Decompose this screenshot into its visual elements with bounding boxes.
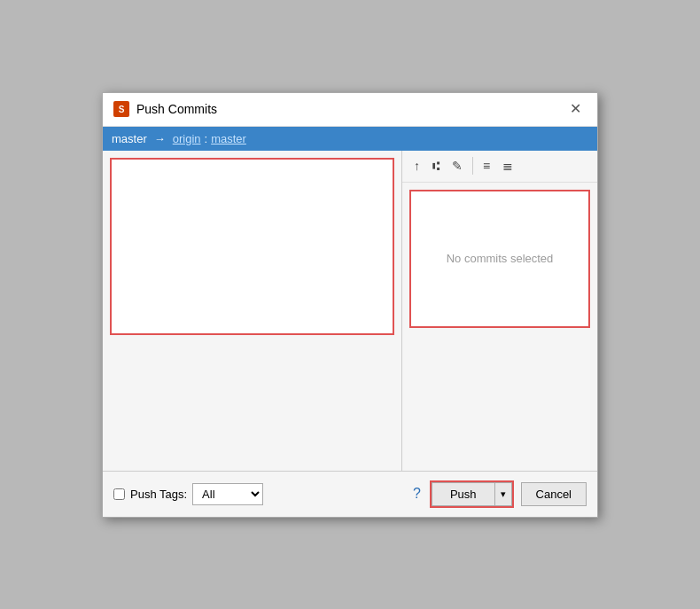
remote-link[interactable]: origin (173, 132, 201, 145)
toolbar-btn-list1[interactable]: ≡ (478, 156, 494, 176)
toolbar-btn-graph[interactable]: ⑆ (428, 156, 444, 176)
branch-arrow: → (154, 132, 166, 145)
push-tags-label: Push Tags: (130, 488, 187, 501)
right-column: ↑ ⑆ ✎ ≡ ≣ No commits selected (402, 151, 597, 471)
left-column (103, 151, 402, 471)
help-button[interactable]: ? (411, 484, 423, 504)
toolbar-divider (472, 157, 473, 175)
no-commits-message: No commits selected (447, 252, 554, 265)
title-bar: S Push Commits ✕ (103, 93, 597, 127)
branch-separator: : (205, 132, 208, 145)
panels-wrapper: ↑ ⑆ ✎ ≡ ≣ No commits selected (103, 151, 597, 471)
right-lower-area (402, 335, 597, 471)
dialog-title: Push Commits (136, 102, 217, 116)
source-branch-label: master (112, 132, 147, 145)
cancel-button[interactable]: Cancel (521, 482, 587, 506)
left-lower-area (103, 342, 401, 471)
backdrop: S Push Commits ✕ master → origin : maste… (0, 0, 700, 609)
title-bar-left: S Push Commits (113, 101, 217, 117)
target-branch-link[interactable]: master (211, 132, 246, 145)
toolbar-btn-list2[interactable]: ≣ (498, 156, 517, 176)
push-tags-group: Push Tags: All (113, 483, 263, 505)
commit-list-area (110, 158, 394, 335)
bottom-bar: Push Tags: All ? Push ▾ Cancel (103, 471, 597, 517)
toolbar-btn-edit[interactable]: ✎ (447, 156, 467, 176)
tags-select[interactable]: All (192, 483, 263, 505)
toolbar-btn-up[interactable]: ↑ (409, 156, 424, 176)
push-dropdown-button[interactable]: ▾ (494, 482, 512, 506)
commit-detail-area: No commits selected (409, 190, 590, 329)
push-button-group: Push ▾ (430, 480, 514, 508)
push-tags-checkbox[interactable] (113, 488, 125, 500)
close-button[interactable]: ✕ (564, 100, 587, 118)
push-commits-dialog: S Push Commits ✕ master → origin : maste… (102, 92, 598, 518)
app-icon: S (113, 101, 129, 117)
right-toolbar: ↑ ⑆ ✎ ≡ ≣ (402, 151, 597, 183)
push-button[interactable]: Push (432, 482, 494, 506)
branch-bar: master → origin : master (103, 127, 597, 151)
